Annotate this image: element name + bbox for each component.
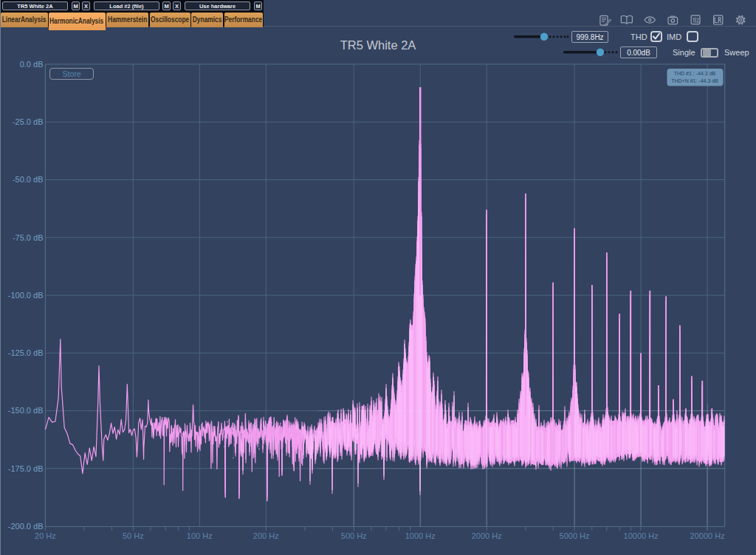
svg-text:200 Hz: 200 Hz bbox=[253, 531, 279, 540]
svg-text:2000 Hz: 2000 Hz bbox=[472, 531, 502, 540]
svg-text:-100.0 dB: -100.0 dB bbox=[8, 291, 44, 300]
svg-text:1000 Hz: 1000 Hz bbox=[405, 531, 436, 540]
svg-text:-75.0 dB: -75.0 dB bbox=[13, 233, 44, 242]
svg-text:-50.0 dB: -50.0 dB bbox=[13, 175, 44, 184]
svg-text:100 Hz: 100 Hz bbox=[187, 531, 213, 540]
svg-text:0.0 dB: 0.0 dB bbox=[20, 60, 44, 69]
svg-text:20000 Hz: 20000 Hz bbox=[690, 531, 725, 540]
svg-text:THD #1 : -44.3 dB: THD #1 : -44.3 dB bbox=[674, 71, 716, 76]
svg-text:-125.0 dB: -125.0 dB bbox=[8, 348, 44, 357]
svg-text:-175.0 dB: -175.0 dB bbox=[8, 464, 44, 473]
svg-text:THD+N #1: -44.3 dB: THD+N #1: -44.3 dB bbox=[671, 78, 718, 83]
svg-text:5000 Hz: 5000 Hz bbox=[560, 531, 590, 540]
svg-text:-200.0 dB: -200.0 dB bbox=[8, 522, 44, 531]
svg-text:50 Hz: 50 Hz bbox=[123, 531, 144, 540]
svg-text:20 Hz: 20 Hz bbox=[35, 531, 56, 540]
svg-text:-25.0 dB: -25.0 dB bbox=[13, 117, 44, 126]
svg-text:-150.0 dB: -150.0 dB bbox=[8, 406, 44, 415]
svg-text:10000 Hz: 10000 Hz bbox=[624, 531, 659, 540]
svg-text:500 Hz: 500 Hz bbox=[341, 531, 367, 540]
